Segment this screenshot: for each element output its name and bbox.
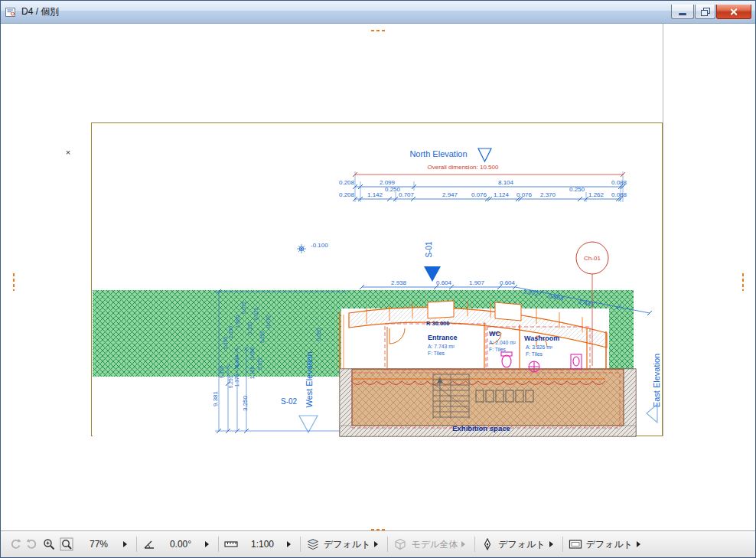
dim-label: 2.370 <box>540 191 556 198</box>
dim-label: 0.707 <box>399 191 415 198</box>
room-area: A: 2.040 m² <box>489 340 516 345</box>
redo-icon <box>26 538 38 550</box>
view-settings-value-button[interactable]: デフォルト <box>584 535 635 553</box>
north-elevation-label: North Elevation <box>409 149 467 158</box>
restore-icon <box>701 8 710 16</box>
skylight-panel <box>495 302 521 321</box>
dim-label: 0.088 <box>611 191 627 198</box>
dim-label: 0.096 <box>249 347 255 360</box>
app-icon <box>5 6 17 18</box>
dim-label: 0.250 <box>228 375 233 388</box>
room-name: Washroom <box>524 334 559 342</box>
room-area: A: 7.743 m² <box>428 344 455 349</box>
rotation-icon <box>141 535 158 553</box>
toolbar-separator <box>387 537 388 552</box>
drawing-canvas[interactable]: × <box>1 24 755 530</box>
close-button[interactable] <box>716 5 751 19</box>
rotation-flyout-arrow[interactable] <box>205 541 209 547</box>
minimize-button[interactable] <box>671 5 694 19</box>
dim-label: 1.376 <box>234 374 240 387</box>
dim-label: 3.250 <box>242 395 249 411</box>
room-name: Entrance <box>428 334 458 341</box>
model-view-flyout-arrow[interactable] <box>461 541 465 547</box>
room-area: A: 3.826 m² <box>526 344 553 350</box>
dim-label: 8.104 <box>498 179 514 186</box>
section-s01-label: S-01 <box>425 241 433 258</box>
dim-label: 0.604 <box>500 279 516 286</box>
zoom-in-button[interactable] <box>41 535 57 553</box>
dim-label: 0.072 <box>253 307 259 320</box>
dim-label: 2.947 <box>442 191 458 198</box>
east-elevation-label: East Elevation <box>652 354 661 407</box>
dim-label: 0.072 <box>266 315 271 328</box>
layer-value-button[interactable]: デフォルト <box>321 535 373 553</box>
datum-label: 0.000 <box>316 328 321 341</box>
layer-flyout-arrow[interactable] <box>374 541 378 547</box>
restore-button[interactable] <box>695 5 715 19</box>
overall-dimension-label: Overall dimension: 10.500 <box>428 164 499 171</box>
undo-button[interactable] <box>7 535 24 553</box>
drawing: × <box>1 24 755 530</box>
toolbar-separator <box>300 537 301 552</box>
zoom-window-icon <box>60 537 73 551</box>
dim-label: 0.088 <box>611 179 627 186</box>
dim-label: 0.250 <box>569 186 585 193</box>
bottom-toolbar: 77% 0.00° 1:100 デフォルト モデル全体 デフォルト <box>1 530 755 557</box>
pen-set-value-button[interactable]: デフォルト <box>496 535 547 553</box>
roof-radius-label: R 30.000 <box>426 320 449 327</box>
dim-label: 0.100 <box>223 336 228 349</box>
dim-label: 0.872 <box>257 357 262 370</box>
dim-label: 0.104 <box>234 354 240 367</box>
toolbar-separator <box>474 537 475 552</box>
scale-flyout-arrow[interactable] <box>287 541 291 547</box>
north-elevation-icon <box>478 148 491 162</box>
dim-label: 1.262 <box>588 191 604 198</box>
toolbar-separator <box>218 537 219 552</box>
app-window: D4 / 個別 <box>0 0 756 558</box>
redo-button[interactable] <box>24 535 41 553</box>
model-view-value-button[interactable]: モデル全体 <box>409 535 460 553</box>
origin-marker: × <box>66 148 70 157</box>
ch01-label: Ch-01 <box>584 255 601 262</box>
zoom-value-button[interactable]: 77% <box>76 535 122 553</box>
room-floor: F: Tiles <box>489 347 507 352</box>
zoom-flyout-arrow[interactable] <box>123 541 127 547</box>
dim-label: 1.800 <box>235 315 240 328</box>
dim-label: 0.604 <box>436 279 452 286</box>
dim-label: 0.208 <box>339 191 355 198</box>
scale-icon <box>223 535 240 553</box>
level-label: -0.100 <box>311 242 328 249</box>
level-marker: -0.100 <box>297 242 328 253</box>
dim-label: 0.100 <box>219 365 224 378</box>
room-name: WC <box>489 330 500 338</box>
dim-label: 1.142 <box>367 191 383 198</box>
toolbar-separator <box>136 537 137 552</box>
titlebar[interactable]: D4 / 個別 <box>1 1 755 24</box>
dim-label: 9.381 <box>212 390 219 406</box>
room-floor: F: Tiles <box>428 351 445 356</box>
dim-label: 2.099 <box>380 179 396 186</box>
pen-set-flyout-arrow[interactable] <box>549 541 553 547</box>
rotation-value-button[interactable]: 0.00° <box>158 535 204 553</box>
section-s02-label: S-02 <box>281 397 298 406</box>
layers-icon <box>305 535 321 553</box>
dim-label: 2.938 <box>391 279 407 286</box>
minimize-icon <box>679 13 686 15</box>
dim-label: 1.907 <box>469 279 485 286</box>
close-icon <box>729 7 739 17</box>
dim-label: 1.128 <box>249 366 255 379</box>
margin-break-markers[interactable] <box>14 31 743 530</box>
view-settings-flyout-arrow[interactable] <box>637 541 640 547</box>
dim-label: 0.250 <box>259 330 265 343</box>
pen-set-icon <box>479 535 496 553</box>
window-title: D4 / 個別 <box>21 5 670 18</box>
dim-label: 2.100 <box>228 325 233 338</box>
room-floor: F: Tiles <box>526 351 543 357</box>
view-settings-icon <box>567 535 584 553</box>
top-dimensions: Overall dimension: 10.500 0.208 2.099 8.… <box>339 164 627 202</box>
west-elevation-label: West Elevation <box>305 351 314 407</box>
scale-value-button[interactable]: 1:100 <box>240 535 285 553</box>
dim-label: 0.100 <box>247 321 253 334</box>
zoom-window-button[interactable] <box>57 535 76 553</box>
dim-label: 1.124 <box>494 191 510 198</box>
